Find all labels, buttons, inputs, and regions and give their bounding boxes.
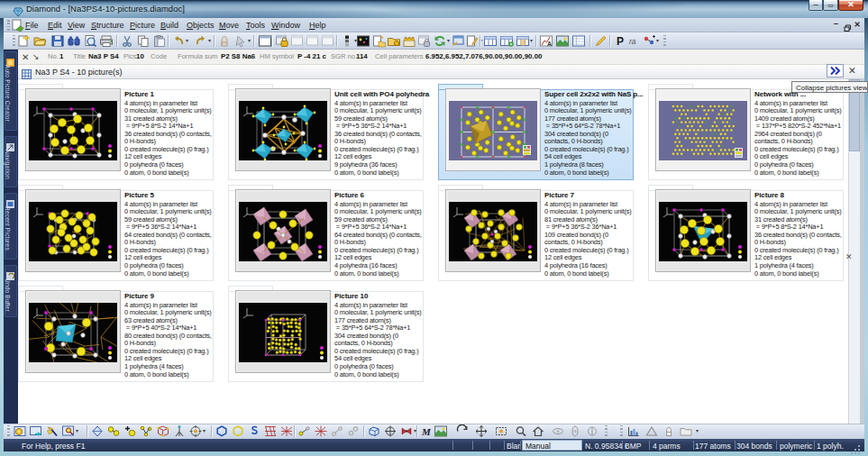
svg-text:A: A	[547, 41, 552, 47]
svg-text:M: M	[421, 426, 432, 437]
svg-text:P: P	[617, 35, 624, 48]
svg-text:ra: ra	[629, 37, 636, 46]
